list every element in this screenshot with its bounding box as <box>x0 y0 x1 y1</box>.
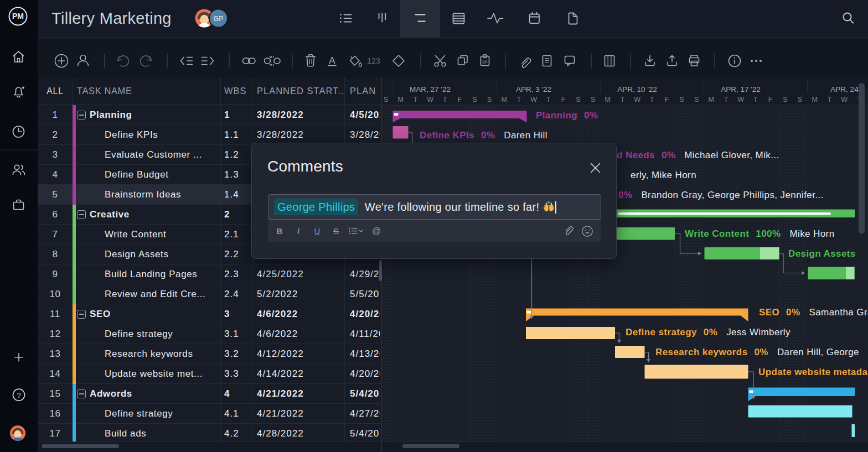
svg-text:M: M <box>605 96 611 103</box>
svg-text:S: S <box>783 96 787 103</box>
svg-text:PM: PM <box>12 12 24 20</box>
svg-text:T: T <box>546 96 551 103</box>
svg-text:S: S <box>472 96 477 103</box>
svg-text:Planning0%: Planning0% <box>536 110 598 121</box>
svg-text:T: T <box>443 96 447 103</box>
svg-text:0%Brandon Gray, George Phillip: 0%Brandon Gray, George Phillips, Jennife… <box>618 190 824 200</box>
svg-text:S: S <box>679 96 684 103</box>
svg-text:F: F <box>458 96 462 103</box>
svg-text:APR, 24: APR, 24 <box>830 85 859 93</box>
svg-text:123: 123 <box>367 56 380 65</box>
svg-text:M: M <box>812 96 818 103</box>
svg-text:?: ? <box>17 391 20 399</box>
svg-text:A: A <box>329 55 335 66</box>
svg-text:GP: GP <box>214 15 223 23</box>
svg-text:M: M <box>398 96 404 103</box>
svg-text:W: W <box>841 96 848 103</box>
svg-text:T: T <box>724 96 728 103</box>
svg-text:T: T <box>650 96 654 103</box>
svg-text:W: W <box>737 96 744 103</box>
svg-text:T: T <box>414 96 418 103</box>
svg-text:F: F <box>768 96 773 103</box>
svg-text:W: W <box>634 96 640 103</box>
svg-text:F: F <box>561 96 566 103</box>
svg-text:Write Content100%Mike Horn: Write Content100%Mike Horn <box>685 228 835 239</box>
svg-text:APR, 3 '22: APR, 3 '22 <box>516 85 551 93</box>
svg-text:W: W <box>427 96 433 103</box>
svg-text:M: M <box>709 96 714 103</box>
svg-text:T: T <box>753 96 758 103</box>
svg-text:S: S <box>384 96 388 103</box>
svg-text:T: T <box>828 96 832 103</box>
svg-text:F: F <box>665 96 669 103</box>
svg-text:S: S <box>591 96 595 103</box>
svg-text:W: W <box>530 96 537 103</box>
svg-text:MAR, 27 '22: MAR, 27 '22 <box>410 85 451 93</box>
svg-text:S: S <box>487 96 492 103</box>
svg-text:S: S <box>694 96 699 103</box>
svg-text:erly, Mike Horn: erly, Mike Horn <box>631 170 696 180</box>
svg-text:T: T <box>517 96 521 103</box>
svg-text:S: S <box>798 96 802 103</box>
svg-text:M: M <box>502 96 507 103</box>
svg-text:S: S <box>576 96 580 103</box>
svg-text:SEO0%Samantha Gra: SEO0%Samantha Gra <box>759 307 868 318</box>
svg-text:d Needs0%Michael Glover, Mik..: d Needs0%Michael Glover, Mik... <box>617 150 779 160</box>
svg-text:Define KPIs0%Daren Hill: Define KPIs0%Daren Hill <box>420 130 547 141</box>
svg-text:T: T <box>621 96 625 103</box>
svg-text:APR, 10 '22: APR, 10 '22 <box>617 85 657 93</box>
svg-text:APR, 17 '22: APR, 17 '22 <box>721 85 761 93</box>
svg-text:Update website metada: Update website metada <box>758 367 867 377</box>
svg-text:Define strategy0%Jess Wimberly: Define strategy0%Jess Wimberly <box>626 327 790 337</box>
svg-text:Research keywords0%Daren Hill,: Research keywords0%Daren Hill, George <box>655 347 859 357</box>
svg-text:Design Assets: Design Assets <box>788 248 856 259</box>
